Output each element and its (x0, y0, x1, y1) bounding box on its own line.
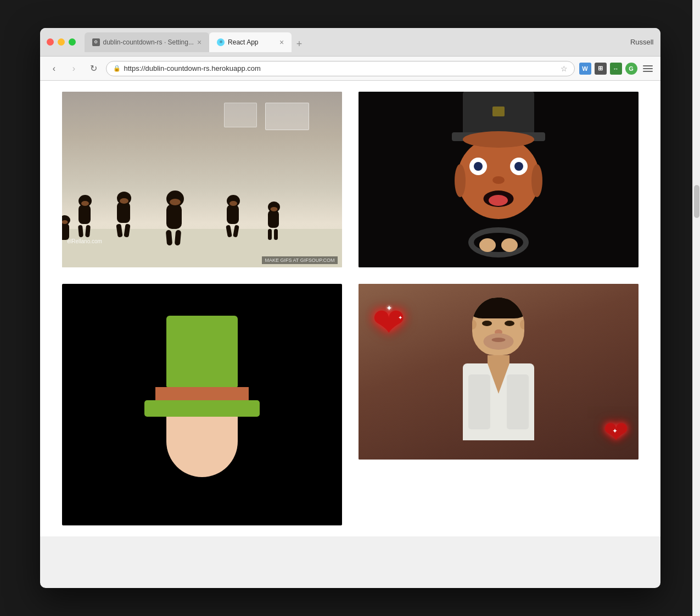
ext-grid-icon[interactable]: ⊞ (595, 63, 607, 75)
page-body: elRellano.com MAKE GIFS AT GIFSOUP.COM (40, 81, 660, 588)
image-grid: elRellano.com MAKE GIFS AT GIFSOUP.COM (40, 81, 660, 536)
user-name: Russell (630, 38, 654, 46)
lock-icon: 🔒 (113, 65, 121, 72)
sparkle-3: ✦ (612, 427, 618, 435)
hat-image (62, 284, 342, 525)
tabs-container: ⚙ dublin-countdown-rs · Setting... × ⚛ R… (85, 32, 626, 52)
close-button[interactable] (47, 38, 54, 46)
watermark-left: elRellano.com (68, 238, 102, 244)
new-tab-button[interactable]: + (292, 37, 307, 52)
tab-react[interactable]: ⚛ React App × (209, 32, 292, 52)
hat-card (62, 284, 342, 525)
colin-farrell-image: ❤ ❤ ✦ ✦ ✦ (359, 284, 639, 460)
ext-link-icon[interactable]: ↔ (610, 63, 622, 75)
title-bar: ⚙ dublin-countdown-rs · Setting... × ⚛ R… (40, 28, 660, 57)
url-text: https://dublin-countdown-rs.herokuapp.co… (124, 64, 557, 72)
watermark-bottom: MAKE GIFS AT GIFSOUP.COM (262, 256, 337, 264)
nav-bar: ‹ › ↻ 🔒 https://dublin-countdown-rs.hero… (40, 57, 660, 81)
address-bar[interactable]: 🔒 https://dublin-countdown-rs.herokuapp.… (106, 61, 575, 76)
react-favicon: ⚛ (217, 38, 225, 46)
browser-window: ⚙ dublin-countdown-rs · Setting... × ⚛ R… (40, 28, 660, 588)
leprechaun-card (359, 92, 639, 267)
dancing-monkeys-image: elRellano.com MAKE GIFS AT GIFSOUP.COM (62, 92, 342, 267)
minimize-button[interactable] (58, 38, 65, 46)
tab-react-label: React App (228, 38, 258, 46)
ext-w-icon[interactable]: W (579, 63, 591, 75)
leprechaun-image (359, 92, 639, 267)
settings-favicon: ⚙ (92, 38, 100, 46)
bookmark-star-icon[interactable]: ☆ (561, 64, 568, 73)
colin-farrell-card: ❤ ❤ ✦ ✦ ✦ (359, 284, 639, 460)
sparkle-2: ✦ (398, 315, 402, 321)
traffic-lights (47, 38, 76, 46)
tab-react-close[interactable]: × (279, 38, 284, 46)
forward-button[interactable]: › (66, 61, 82, 76)
hat-illustration (144, 316, 260, 477)
tab-settings-close[interactable]: × (197, 38, 201, 46)
dancing-monkeys-card: elRellano.com MAKE GIFS AT GIFSOUP.COM (62, 92, 342, 267)
main-content: elRellano.com MAKE GIFS AT GIFSOUP.COM (40, 81, 660, 588)
tab-settings[interactable]: ⚙ dublin-countdown-rs · Setting... × (85, 32, 210, 52)
ext-g-icon[interactable]: G (625, 63, 637, 75)
menu-button[interactable] (642, 63, 654, 75)
sparkle-1: ✦ (386, 304, 393, 312)
tab-settings-label: dublin-countdown-rs · Setting... (103, 38, 194, 46)
back-button[interactable]: ‹ (47, 61, 62, 76)
refresh-button[interactable]: ↻ (86, 61, 102, 76)
extensions: W ⊞ ↔ G (579, 63, 637, 75)
maximize-button[interactable] (69, 38, 76, 46)
